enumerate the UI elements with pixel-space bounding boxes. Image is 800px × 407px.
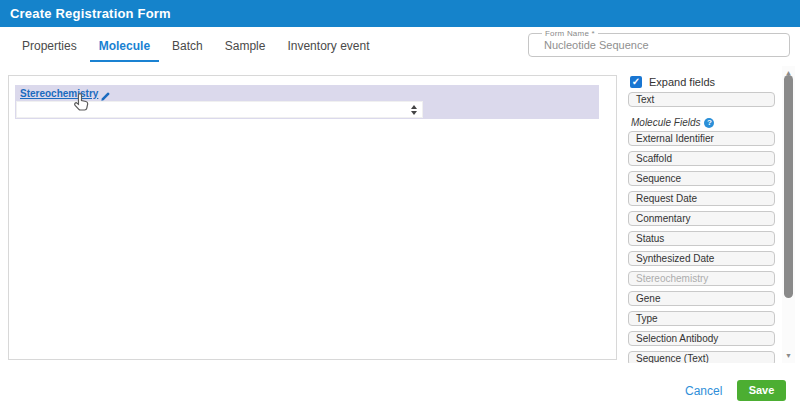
molecule-fields-section-label: Molecule Fields ? [631,117,714,128]
dialog-header: Create Registration Form [0,0,800,27]
palette-field-sequence[interactable]: Sequence [628,171,775,186]
palette-field-stereochemistry: Stereochemistry [628,271,775,286]
palette-field-request-date[interactable]: Request Date [628,191,775,206]
dialog-title: Create Registration Form [10,0,171,27]
expand-fields-label: Expand fields [649,76,715,88]
scroll-down-icon[interactable]: ▼ [782,352,795,360]
select-spinner-icon [411,105,417,115]
canvas-field-stereochemistry[interactable]: Stereochemistry [15,85,599,119]
field-palette-sidebar: ✓ Expand fields Text Molecule Fields ? E… [620,66,797,363]
palette-field-status[interactable]: Status [628,231,775,246]
tab-bar: Properties Molecule Batch Sample Invento… [13,33,383,62]
palette-field-synthesized-date[interactable]: Synthesized Date [628,251,775,266]
palette-field-type[interactable]: Type [628,311,775,326]
molecule-fields-section-text: Molecule Fields [631,117,700,128]
expand-fields-toggle[interactable]: ✓ Expand fields [630,76,715,88]
create-registration-form-dialog: Create Registration Form Properties Mole… [0,0,800,407]
palette-field-conmentary[interactable]: Conmentary [628,211,775,226]
save-button[interactable]: Save [737,380,786,401]
edit-pencil-icon[interactable] [100,88,111,99]
palette-field-text[interactable]: Text [628,92,775,107]
tab-sample[interactable]: Sample [216,33,275,62]
form-name-value: Nucleotide Sequence [544,39,649,51]
palette-field-external-identifier[interactable]: External Identifier [628,131,775,146]
pointer-cursor-icon [73,92,91,113]
scrollbar-thumb[interactable] [784,75,793,298]
palette-field-sequence-text[interactable]: Sequence (Text) [628,351,775,363]
palette-field-scaffold[interactable]: Scaffold [628,151,775,166]
form-name-field[interactable]: Form Name * Nucleotide Sequence [528,33,790,57]
palette-field-gene[interactable]: Gene [628,291,775,306]
form-name-label: Form Name * [542,29,598,38]
sidebar-scrollbar[interactable]: ▲ ▼ [782,66,795,363]
tab-inventory-event[interactable]: Inventory event [278,33,378,62]
cancel-button[interactable]: Cancel [685,381,722,401]
palette-field-selection-antibody[interactable]: Selection Antibody [628,331,775,346]
tab-properties[interactable]: Properties [13,33,86,62]
expand-fields-checkbox-icon[interactable]: ✓ [630,76,642,88]
canvas-field-label-row: Stereochemistry [20,87,111,100]
tab-batch[interactable]: Batch [163,33,212,62]
help-icon[interactable]: ? [704,118,714,128]
tab-molecule[interactable]: Molecule [90,33,159,62]
form-canvas: Stereochemistry [8,75,617,360]
